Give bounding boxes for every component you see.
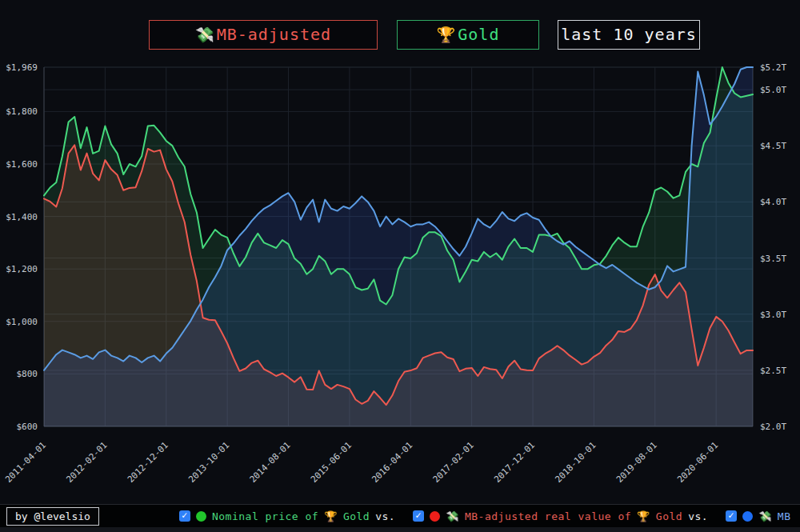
chart: 2011-04-012012-02-012012-12-012013-10-01…: [0, 0, 800, 500]
svg-text:2014-08-01: 2014-08-01: [248, 440, 293, 485]
vs-word: vs.: [375, 510, 395, 522]
gold-word: Gold: [656, 510, 682, 522]
svg-text:$2.5T: $2.5T: [760, 366, 786, 376]
app: 💸MB-adjusted 🏆Gold last 10 years 2011-04…: [0, 0, 800, 532]
footer-bar: by @levelsio ✓ Nominal price of 🏆 Gold v…: [0, 504, 800, 528]
check-icon: ✓: [179, 510, 190, 521]
svg-text:$3.5T: $3.5T: [760, 254, 786, 264]
svg-text:$5.2T: $5.2T: [760, 62, 786, 73]
svg-text:2017-02-01: 2017-02-01: [431, 440, 476, 485]
toggle-mb-adjusted-gold[interactable]: ✓ 💸 MB-adjusted real value of 🏆 Gold vs.: [413, 510, 708, 522]
svg-text:$600: $600: [17, 422, 38, 432]
toggle-nominal-gold-label: Nominal price of: [212, 510, 318, 522]
svg-text:$1,969: $1,969: [6, 62, 38, 73]
svg-text:$1,600: $1,600: [6, 159, 38, 170]
bottom-divider: [0, 527, 800, 532]
svg-text:$4.0T: $4.0T: [760, 197, 786, 207]
svg-text:$1,400: $1,400: [6, 212, 38, 222]
svg-text:$4.5T: $4.5T: [760, 141, 786, 151]
money-with-wings-icon: 💸: [446, 510, 459, 522]
checkbox-nominal-gold[interactable]: ✓: [179, 510, 190, 522]
gold-word: Gold: [343, 510, 370, 522]
toggle-mb[interactable]: ✓ 💸 MB: [726, 510, 790, 522]
legend-row: ✓ Nominal price of 🏆 Gold vs. ✓ 💸 MB-adj…: [179, 510, 800, 522]
svg-text:2013-10-01: 2013-10-01: [186, 440, 231, 485]
trophy-icon: 🏆: [324, 510, 338, 522]
svg-text:2020-06-01: 2020-06-01: [675, 440, 720, 485]
svg-text:2012-02-01: 2012-02-01: [64, 440, 109, 485]
svg-text:2015-06-01: 2015-06-01: [309, 440, 354, 485]
vs-word: vs.: [688, 510, 708, 522]
svg-text:2016-04-01: 2016-04-01: [370, 440, 414, 485]
red-dot-icon: [430, 511, 440, 522]
svg-text:2011-04-01: 2011-04-01: [3, 440, 48, 485]
svg-text:$3.0T: $3.0T: [760, 310, 786, 320]
svg-text:2017-12-01: 2017-12-01: [492, 440, 537, 485]
toggle-mb-label: MB: [778, 510, 791, 522]
svg-text:$1,800: $1,800: [6, 106, 38, 117]
svg-text:2019-08-01: 2019-08-01: [614, 440, 659, 485]
svg-text:$800: $800: [17, 369, 38, 379]
svg-text:2018-10-01: 2018-10-01: [554, 440, 598, 485]
checkbox-mb[interactable]: ✓: [726, 510, 737, 522]
svg-text:2012-12-01: 2012-12-01: [126, 440, 170, 485]
money-with-wings-icon: 💸: [758, 510, 772, 522]
toggle-mb-adjusted-label: MB-adjusted real value of: [465, 510, 631, 522]
svg-text:$1,000: $1,000: [6, 317, 38, 327]
byline-box: by @levelsio: [6, 507, 99, 526]
svg-text:$5.0T: $5.0T: [760, 85, 786, 95]
svg-text:$1,200: $1,200: [6, 264, 38, 274]
check-icon: ✓: [413, 510, 424, 521]
check-icon: ✓: [726, 510, 737, 521]
green-dot-icon: [196, 511, 206, 522]
checkbox-mb-adjusted-gold[interactable]: ✓: [413, 510, 424, 522]
trophy-icon: 🏆: [637, 510, 650, 522]
svg-text:$2.0T: $2.0T: [760, 422, 786, 432]
toggle-nominal-gold[interactable]: ✓ Nominal price of 🏆 Gold vs.: [179, 510, 395, 522]
blue-dot-icon: [742, 511, 753, 522]
